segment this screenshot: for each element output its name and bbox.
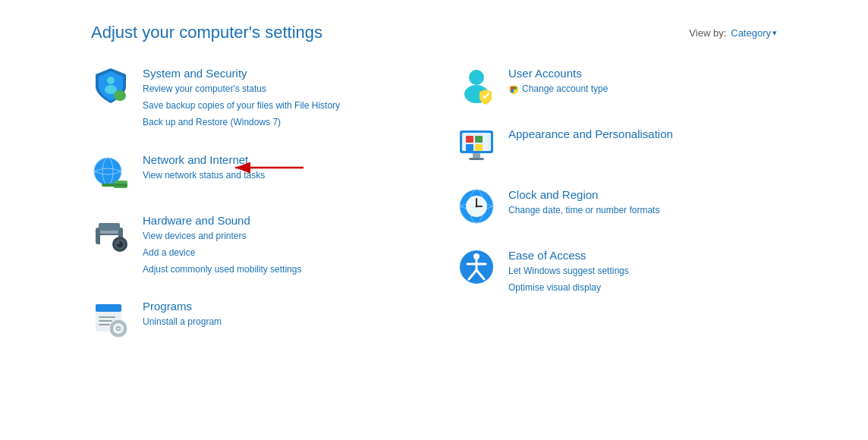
network-internet-text: Network and Internet View network status… (143, 152, 265, 183)
appearance-text: Appearance and Personalisation (508, 126, 673, 140)
categories-grid: System and Security Review your computer… (91, 65, 777, 359)
svg-rect-19 (96, 304, 121, 312)
category-clock-region: Clock and Region Change date, time or nu… (457, 187, 777, 226)
ease-access-text: Ease of Access Let Windows suggest setti… (508, 247, 629, 295)
clock-region-svg (457, 187, 496, 226)
view-by-dropdown[interactable]: Category (731, 27, 777, 39)
programs-icon (91, 298, 131, 338)
hardware-sound-link-1[interactable]: View devices and printers (143, 229, 301, 244)
ease-access-link-1[interactable]: Let Windows suggest settings (508, 264, 629, 278)
svg-point-48 (476, 206, 478, 208)
shield-badge-small-icon (508, 84, 519, 95)
svg-rect-39 (475, 144, 483, 151)
ease-access-link-2[interactable]: Optimise visual display (508, 281, 629, 295)
svg-rect-33 (514, 90, 517, 93)
network-internet-svg (91, 152, 131, 191)
right-column: User Accounts Change account type (457, 65, 777, 359)
hardware-sound-svg (91, 212, 131, 252)
category-programs: Programs Uninstall a program (91, 298, 411, 338)
category-hardware-sound: Hardware and Sound View devices and prin… (91, 212, 411, 278)
svg-rect-37 (475, 136, 483, 143)
svg-rect-36 (466, 136, 473, 143)
system-security-link-1[interactable]: Review your computer's status (143, 82, 340, 96)
category-appearance: Appearance and Personalisation (457, 126, 777, 165)
svg-point-0 (107, 77, 115, 84)
svg-rect-32 (511, 90, 514, 93)
svg-rect-38 (466, 144, 473, 151)
clock-region-text: Clock and Region Change date, time or nu… (508, 187, 659, 218)
svg-rect-30 (511, 86, 514, 90)
hardware-sound-icon (91, 212, 131, 252)
programs-link-1[interactable]: Uninstall a program (143, 315, 222, 329)
ease-access-svg (457, 247, 496, 287)
svg-point-2 (114, 90, 126, 101)
svg-point-28 (469, 70, 484, 85)
svg-rect-41 (469, 158, 484, 160)
ease-access-icon (457, 247, 496, 287)
category-ease-access: Ease of Access Let Windows suggest setti… (457, 247, 777, 295)
network-internet-icon (91, 152, 131, 191)
category-system-security: System and Security Review your computer… (91, 65, 411, 130)
svg-rect-11 (99, 223, 120, 231)
hardware-sound-title[interactable]: Hardware and Sound (143, 214, 301, 227)
left-column: System and Security Review your computer… (91, 65, 411, 359)
clock-region-link-1[interactable]: Change date, time or number formats (508, 203, 659, 218)
hardware-sound-text: Hardware and Sound View devices and prin… (143, 212, 301, 278)
page-title: Adjust your computer's settings (91, 23, 322, 42)
network-internet-link-1[interactable]: View network status and tasks (143, 168, 265, 183)
programs-title[interactable]: Programs (143, 300, 222, 313)
programs-text: Programs Uninstall a program (143, 298, 222, 329)
system-security-svg (91, 65, 131, 105)
user-accounts-svg (457, 65, 496, 105)
svg-point-27 (118, 328, 120, 330)
svg-rect-31 (514, 86, 517, 90)
header-row: Adjust your computer's settings View by:… (91, 23, 777, 42)
svg-rect-13 (100, 231, 118, 234)
appearance-svg (457, 126, 496, 165)
hardware-sound-link-3[interactable]: Adjust commonly used mobility settings (143, 262, 301, 277)
system-security-text: System and Security Review your computer… (143, 65, 340, 130)
network-internet-title[interactable]: Network and Internet (143, 153, 265, 166)
ease-access-title[interactable]: Ease of Access (508, 249, 629, 262)
svg-point-17 (118, 241, 120, 244)
user-accounts-title[interactable]: User Accounts (508, 67, 608, 80)
system-security-title[interactable]: System and Security (143, 67, 340, 80)
svg-rect-7 (102, 184, 127, 187)
view-by-label: View by: (689, 27, 726, 39)
user-accounts-icon (457, 65, 496, 105)
appearance-title[interactable]: Appearance and Personalisation (508, 127, 673, 140)
clock-region-icon (457, 187, 496, 226)
system-security-link-3[interactable]: Back up and Restore (Windows 7) (143, 115, 340, 130)
category-user-accounts: User Accounts Change account type (457, 65, 777, 105)
programs-svg (91, 298, 131, 338)
svg-rect-20 (99, 316, 115, 318)
view-by-control: View by: Category (689, 27, 777, 39)
appearance-icon (457, 126, 496, 165)
svg-rect-21 (99, 320, 112, 322)
svg-rect-40 (473, 153, 480, 158)
system-security-link-2[interactable]: Save backup copies of your files with Fi… (143, 99, 340, 113)
category-network-internet: Network and Internet View network status… (91, 152, 411, 191)
clock-region-title[interactable]: Clock and Region (508, 188, 659, 201)
user-accounts-text: User Accounts Change account type (508, 65, 608, 96)
user-accounts-link-1[interactable]: Change account type (508, 82, 608, 96)
hardware-sound-link-2[interactable]: Add a device (143, 246, 301, 260)
system-security-icon (91, 65, 131, 105)
